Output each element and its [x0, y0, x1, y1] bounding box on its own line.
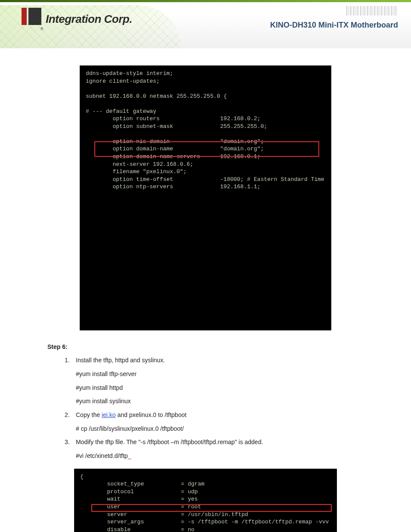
filename-link[interactable]: iei.ko: [102, 411, 116, 418]
substep-row: 1. Install the tftp, httpd and syslinux.: [65, 356, 364, 365]
substep-number: [65, 383, 76, 393]
substep-row: #yum install httpd: [65, 383, 364, 393]
highlight-box: [91, 504, 332, 512]
command-text: #yum install tftp-server: [76, 370, 364, 379]
header-strip: [0, 0, 411, 2]
command-text: # cp /usr/lib/syslinux/pxelinux.0 /tftpb…: [76, 424, 364, 434]
brand-logo: Integration Corp.: [22, 8, 132, 30]
command-text: #yum install httpd: [76, 383, 364, 393]
command-red: _: [128, 452, 131, 459]
substep-row: #yum install syslinux: [65, 397, 364, 406]
tftp-config-terminal: { socket_type = dgram protocol = udp wai…: [74, 469, 337, 532]
logo-mark-icon: [22, 8, 42, 30]
header-barcode: [346, 6, 398, 16]
substep-row: #vi /etc/xinetd.d/tftp_: [65, 451, 364, 461]
document-title: KINO-DH310 Mini-ITX Motherboard: [270, 21, 398, 30]
text-part: and pxelinux.0 to /tftpboot: [116, 411, 187, 418]
substep-number: [65, 424, 76, 434]
highlight-box: [94, 141, 319, 157]
emph-text: "-s /tftpboot –m /tftpboot/tftpd.remap": [138, 439, 237, 445]
command-pre: #vi /etc/xinetd.d/tftp: [76, 452, 128, 459]
text-part: is added.: [237, 439, 263, 445]
substep-number: [65, 451, 76, 461]
substep-number: [65, 397, 76, 406]
dhcp-config-terminal: ddns-update-style interim; ignore client…: [80, 65, 331, 330]
logo-text: Integration Corp.: [46, 12, 132, 26]
text-part: Modify the tftp file. The: [76, 439, 138, 445]
substep-number: 2.: [65, 411, 76, 420]
command-text: #vi /etc/xinetd.d/tftp_: [76, 451, 364, 461]
page-header: Integration Corp. KINO-DH310 Mini-ITX Mo…: [0, 0, 411, 48]
substep-number: [65, 370, 76, 379]
substep-text: Install the tftp, httpd and syslinux.: [76, 356, 364, 365]
substep-row: 3. Modify the tftp file. The "-s /tftpbo…: [65, 438, 364, 447]
substep-row: #yum install tftp-server: [65, 370, 364, 379]
command-text: #yum install syslinux: [76, 397, 364, 406]
text-part: Copy the: [76, 411, 102, 418]
substep-row: 2. Copy the iei.ko and pxelinux.0 to /tf…: [65, 411, 364, 420]
substep-text: Modify the tftp file. The "-s /tftpboot …: [76, 438, 364, 447]
substep-number: 1.: [65, 356, 76, 365]
page-body: ddns-update-style interim; ignore client…: [0, 48, 411, 532]
step-label: Step 6:: [47, 342, 364, 352]
substep-row: # cp /usr/lib/syslinux/pxelinux.0 /tftpb…: [65, 424, 364, 434]
substep-text: Copy the iei.ko and pxelinux.0 to /tftpb…: [76, 411, 364, 420]
substep-number: 3.: [65, 438, 76, 447]
